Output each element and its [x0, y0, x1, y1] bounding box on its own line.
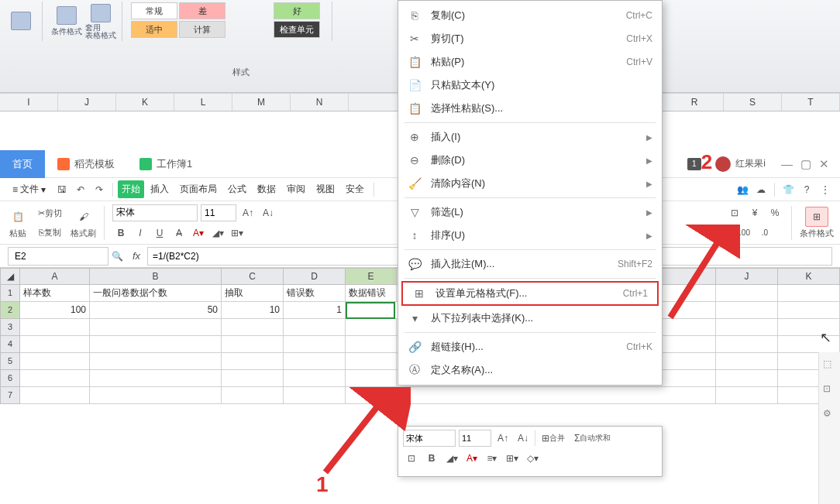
row-1[interactable]: 1: [0, 285, 20, 302]
size-select[interactable]: [201, 204, 236, 221]
name-box[interactable]: [8, 247, 108, 266]
win-max[interactable]: ▢: [800, 157, 811, 171]
cell-C1[interactable]: 抽取: [222, 285, 284, 302]
col-K2[interactable]: K: [778, 268, 840, 285]
copy-btn[interactable]: ⎘ 复制: [34, 224, 66, 241]
col-A[interactable]: A: [20, 268, 90, 285]
dec-dec[interactable]: .0: [756, 225, 773, 242]
fx-search[interactable]: 🔍: [108, 248, 126, 265]
cut-btn[interactable]: ✂ 剪切: [34, 204, 66, 221]
ctx-copy[interactable]: ⎘复制(C)Ctrl+C: [398, 4, 662, 27]
fmt-painter[interactable]: 🖌: [73, 207, 95, 227]
avatar[interactable]: [715, 156, 731, 172]
col-M[interactable]: M: [232, 94, 291, 111]
tab-home[interactable]: 首页: [0, 150, 45, 178]
row-6[interactable]: 6: [0, 370, 20, 387]
mini-fmt[interactable]: ⊡: [403, 450, 420, 467]
col-J[interactable]: J: [58, 94, 116, 111]
style-medium[interactable]: 适中: [131, 21, 177, 38]
cloud-icon[interactable]: ☁: [752, 181, 769, 198]
share-icon[interactable]: 👥: [734, 181, 751, 198]
cell-B1[interactable]: 一般问卷数据个数: [90, 285, 222, 302]
ctx-sort[interactable]: ↕排序(U)▶: [398, 224, 662, 247]
col-E[interactable]: E: [346, 268, 397, 285]
mini-font[interactable]: [403, 430, 456, 447]
ctx-paste-text[interactable]: 📄只粘贴文本(Y): [398, 74, 662, 97]
cell-E2-active[interactable]: [346, 302, 395, 319]
mini-fill[interactable]: ◢▾: [443, 450, 460, 467]
more-icon[interactable]: ⋮: [817, 181, 834, 198]
side-select[interactable]: ⬚: [823, 358, 837, 372]
cell-C2[interactable]: 10: [222, 302, 284, 319]
mini-shrink[interactable]: A↓: [515, 430, 532, 447]
cond-fmt-btn[interactable]: 条件格式: [50, 3, 83, 40]
menu-layout[interactable]: 页面布局: [175, 180, 222, 198]
cell-D2[interactable]: 1: [284, 302, 346, 319]
col-D[interactable]: D: [284, 268, 346, 285]
style-check[interactable]: 检查单元: [274, 21, 320, 38]
style-calc[interactable]: 计算: [179, 21, 225, 38]
menu-insert[interactable]: 插入: [146, 180, 174, 198]
mini-align[interactable]: ≡▾: [484, 450, 501, 467]
col-T[interactable]: T: [782, 94, 840, 111]
menu-formula[interactable]: 公式: [223, 180, 251, 198]
mini-bold[interactable]: B: [423, 450, 440, 467]
cell-D1[interactable]: 错误数: [284, 285, 346, 302]
mini-grow[interactable]: A↑: [494, 430, 511, 447]
col-C[interactable]: C: [222, 268, 284, 285]
ctx-comment[interactable]: 💬插入批注(M)...Shift+F2: [398, 252, 662, 276]
num-fmt[interactable]: ⊡: [726, 204, 743, 221]
col-R[interactable]: R: [666, 94, 724, 111]
help-icon[interactable]: ?: [798, 181, 815, 198]
table-fmt-btn[interactable]: 套用 表格格式: [84, 3, 117, 40]
ctx-paste[interactable]: 📋粘贴(P)Ctrl+V: [398, 50, 662, 74]
ctx-format[interactable]: ⊞设置单元格格式(F)...Ctrl+1: [401, 281, 659, 306]
mini-size[interactable]: [459, 430, 491, 447]
col-I[interactable]: I: [0, 94, 58, 111]
mini-clear[interactable]: ◇▾: [524, 450, 541, 467]
fill-color[interactable]: ◢▾: [209, 225, 226, 242]
underline-btn[interactable]: U: [151, 225, 168, 242]
fx-icon[interactable]: fx: [126, 250, 147, 262]
shrink-font[interactable]: A↓: [260, 204, 277, 221]
cell-A1[interactable]: 样本数: [20, 285, 90, 302]
side-props[interactable]: ⊡: [823, 383, 837, 397]
ctx-filter[interactable]: ▽筛选(L)▶: [398, 201, 662, 224]
cell-B2[interactable]: 50: [90, 302, 222, 319]
qat-redo[interactable]: ↷: [91, 181, 108, 198]
col-K[interactable]: K: [116, 94, 174, 111]
cell-E1[interactable]: 数据错误: [346, 285, 397, 302]
grow-font[interactable]: A↑: [239, 204, 256, 221]
menu-security[interactable]: 安全: [341, 180, 369, 198]
ctx-clear[interactable]: 🧹清除内容(N)▶: [398, 172, 662, 195]
file-menu[interactable]: ≡ 文件 ▾: [6, 180, 52, 198]
style-bad[interactable]: 差: [179, 2, 225, 19]
menu-start[interactable]: 开始: [118, 180, 144, 198]
skin-icon[interactable]: 👕: [780, 181, 797, 198]
row-4[interactable]: 4: [0, 336, 20, 353]
percent[interactable]: %: [766, 204, 783, 221]
col-J2[interactable]: J: [716, 268, 778, 285]
qat-save[interactable]: 🖫: [53, 181, 71, 198]
font-select[interactable]: [112, 204, 198, 221]
ctx-name[interactable]: Ⓐ定义名称(A)...: [398, 358, 662, 382]
ctx-paste-special[interactable]: 📋选择性粘贴(S)...: [398, 97, 662, 120]
paste-btn[interactable]: 📋: [6, 207, 29, 227]
col-N[interactable]: N: [291, 94, 349, 111]
tab-docell[interactable]: 稻壳模板: [45, 150, 127, 178]
row-7[interactable]: 7: [0, 387, 20, 404]
row-5[interactable]: 5: [0, 353, 20, 370]
col-L[interactable]: L: [174, 94, 232, 111]
mini-border[interactable]: ⊞▾: [504, 450, 521, 467]
mini-color[interactable]: A▾: [463, 450, 480, 467]
style-good[interactable]: 好: [274, 2, 320, 19]
bold-btn[interactable]: B: [112, 225, 129, 242]
border-btn[interactable]: ⊞▾: [229, 225, 246, 242]
style-normal[interactable]: 常规: [131, 2, 177, 19]
win-close[interactable]: ✕: [819, 157, 829, 171]
dec-inc[interactable]: .00: [736, 225, 753, 242]
cell-A2[interactable]: 100: [20, 302, 90, 319]
italic-btn[interactable]: I: [132, 225, 149, 242]
col-S[interactable]: S: [724, 94, 782, 111]
win-min[interactable]: —: [781, 157, 793, 170]
